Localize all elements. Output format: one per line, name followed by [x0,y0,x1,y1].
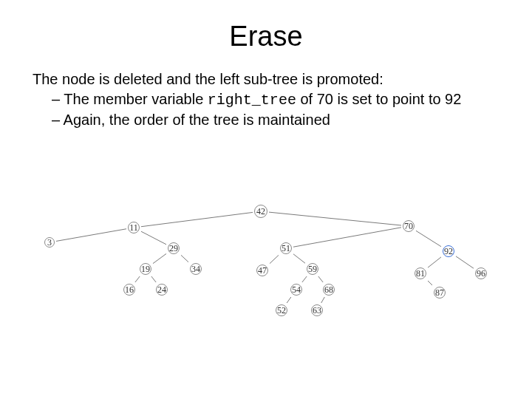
tree-node-label: 92 [444,246,453,256]
tree-node: 52 [274,303,289,318]
tree-node-label: 59 [308,264,317,274]
tree-node-label: 63 [313,305,321,316]
tree-node-label: 16 [125,284,134,295]
slide-body: The node is deleted and the left sub-tre… [33,70,499,129]
tree-node-label: 3 [47,237,52,248]
tree-node-label: 81 [416,268,425,279]
tree-node-label: 54 [292,284,301,295]
bullet-2: Again, the order of the tree is maintain… [52,111,499,129]
tree-node: 87 [432,285,447,300]
tree-node-label: 42 [256,206,265,216]
intro-text: The node is deleted and the left sub-tre… [33,70,499,89]
tree-edge [261,211,409,226]
tree-node: 11 [126,220,141,235]
tree-node-label: 96 [477,268,485,279]
tree-node: 42 [253,203,269,219]
tree-node-label: 87 [435,287,444,298]
bullet1-part-a: The member variable [64,91,208,107]
tree-node-label: 29 [169,243,178,253]
tree-node: 63 [310,303,324,318]
tree-node: 96 [474,266,488,281]
tree-node: 81 [413,266,428,281]
tree-node-label: 52 [277,305,286,316]
bullet1-part-b: of 70 is set to point to 92 [296,91,461,107]
tree-node: 3 [43,236,56,249]
bullet1-code: right_tree [208,92,296,109]
tree-node: 51 [279,241,293,256]
tree-node-label: 51 [282,243,290,253]
tree-node-label: 11 [129,222,138,233]
tree-edge [286,226,409,248]
tree-node-label: 24 [157,284,166,295]
bullet-list: The member variable right_tree of 70 is … [33,90,499,129]
tree-node-label: 68 [324,284,333,295]
tree-edge [50,228,134,242]
tree-node: 24 [154,282,169,297]
tree-node: 92 [441,244,456,259]
bullet-1: The member variable right_tree of 70 is … [52,90,499,109]
tree-node-label: 34 [191,264,200,274]
tree-diagram: 421170329519219344759819616245468875263 [41,204,491,344]
tree-node: 34 [188,262,203,276]
tree-node: 47 [255,263,270,278]
tree-node: 19 [138,262,153,276]
tree-node: 29 [166,241,181,256]
tree-node-label: 47 [258,265,267,276]
tree-node: 70 [401,219,416,233]
tree-node: 16 [122,282,137,297]
tree-node: 68 [321,282,336,297]
tree-node: 59 [305,262,320,276]
tree-node: 54 [289,282,304,297]
page-title: Erase [0,21,532,52]
tree-node-label: 19 [141,264,150,274]
tree-edge [134,211,261,228]
tree-node-label: 70 [404,221,413,231]
